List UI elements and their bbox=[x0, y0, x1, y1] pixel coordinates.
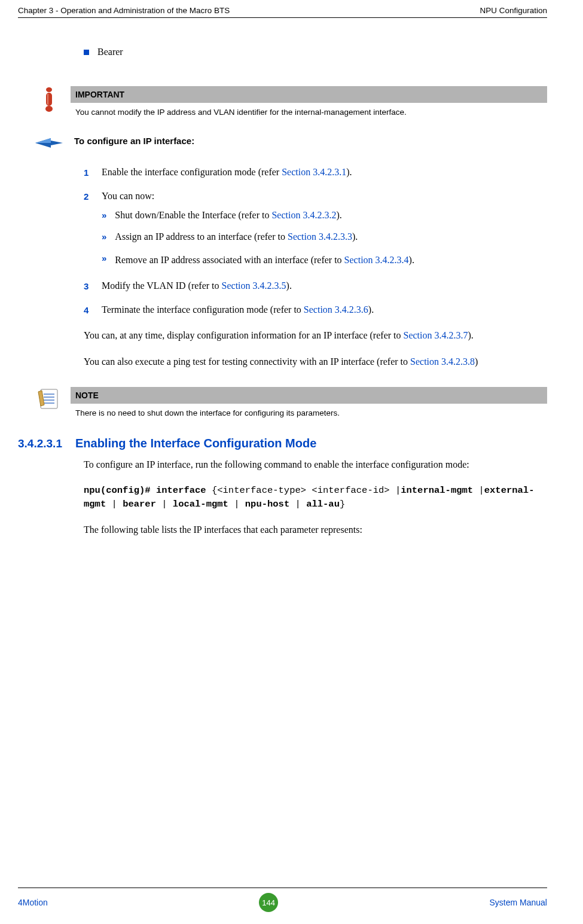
bullet-item-bearer: Bearer bbox=[84, 47, 547, 57]
step-text: Terminate the interface configuration mo… bbox=[102, 304, 374, 315]
substep-c: » Remove an IP address associated with a… bbox=[102, 253, 547, 267]
procedure-heading: To configure an IP interface: bbox=[35, 136, 547, 149]
step-2: 2 You can now: bbox=[84, 191, 547, 202]
note-text: There is no need to shut down the interf… bbox=[71, 404, 547, 417]
step-text: You can now: bbox=[102, 191, 154, 202]
para-display-info: You can, at any time, display configurat… bbox=[84, 328, 547, 343]
step-number: 1 bbox=[84, 167, 91, 178]
important-text: You cannot modify the IP address and VLA… bbox=[71, 103, 547, 117]
page-footer: 4Motion 144 System Manual bbox=[18, 888, 547, 912]
chevron-icon: » bbox=[102, 210, 106, 221]
step-4: 4 Terminate the interface configuration … bbox=[84, 304, 547, 315]
step-number: 3 bbox=[84, 280, 91, 291]
link-3-4-2-3-6[interactable]: Section 3.4.2.3.6 bbox=[304, 304, 368, 315]
substep-text: Shut down/Enable the Interface (refer to… bbox=[115, 210, 341, 221]
header-left: Chapter 3 - Operation and Administration… bbox=[18, 6, 230, 15]
link-3-4-2-3-2[interactable]: Section 3.4.2.3.2 bbox=[271, 210, 336, 220]
svg-rect-3 bbox=[47, 94, 48, 105]
substep-b: » Assign an IP address to an interface (… bbox=[102, 231, 547, 242]
bullet-text: Bearer bbox=[97, 47, 123, 57]
header-right: NPU Configuration bbox=[480, 6, 547, 15]
footer-left: 4Motion bbox=[18, 898, 48, 907]
note-icon bbox=[35, 387, 63, 410]
link-3-4-2-3-1[interactable]: Section 3.4.2.3.1 bbox=[282, 167, 346, 177]
substep-a: » Shut down/Enable the Interface (refer … bbox=[102, 210, 547, 221]
substep-text: Assign an IP address to an interface (re… bbox=[115, 231, 358, 242]
step-text: Enable the interface configuration mode … bbox=[102, 167, 352, 178]
svg-point-0 bbox=[46, 87, 52, 92]
page-number: 144 bbox=[259, 893, 278, 912]
section-heading: 3.4.2.3.1 Enabling the Interface Configu… bbox=[18, 437, 547, 450]
link-3-4-2-3-7[interactable]: Section 3.4.2.3.7 bbox=[404, 330, 468, 340]
step-number: 2 bbox=[84, 191, 91, 202]
svg-marker-5 bbox=[35, 138, 51, 143]
link-3-4-2-3-8[interactable]: Section 3.4.2.3.8 bbox=[410, 356, 475, 367]
step-1: 1 Enable the interface configuration mod… bbox=[84, 167, 547, 178]
procedure-label: To configure an IP interface: bbox=[74, 136, 194, 146]
step-number: 4 bbox=[84, 304, 91, 315]
page-header: Chapter 3 - Operation and Administration… bbox=[18, 6, 547, 18]
substep-text: Remove an IP address associated with an … bbox=[115, 253, 414, 267]
arrow-icon bbox=[35, 136, 63, 149]
code-block: npu(config)# interface {<interface-type>… bbox=[84, 484, 547, 512]
chevron-icon: » bbox=[102, 253, 106, 267]
svg-point-2 bbox=[45, 106, 53, 112]
main-content: Bearer IMPORTANT You cannot modify the I… bbox=[84, 47, 547, 537]
note-callout: NOTE There is no need to shut down the i… bbox=[35, 387, 547, 417]
section-table-intro: The following table lists the IP interfa… bbox=[84, 523, 547, 537]
svg-rect-1 bbox=[46, 93, 52, 106]
important-title: IMPORTANT bbox=[71, 86, 547, 103]
note-title: NOTE bbox=[71, 387, 547, 404]
section-number: 3.4.2.3.1 bbox=[18, 437, 62, 450]
chevron-icon: » bbox=[102, 231, 106, 242]
square-bullet-icon bbox=[84, 50, 89, 55]
link-3-4-2-3-5[interactable]: Section 3.4.2.3.5 bbox=[222, 280, 286, 291]
para-ping-test: You can also execute a ping test for tes… bbox=[84, 355, 547, 369]
section-title: Enabling the Interface Configuration Mod… bbox=[75, 437, 316, 450]
important-callout: IMPORTANT You cannot modify the IP addre… bbox=[35, 86, 547, 117]
footer-right: System Manual bbox=[490, 898, 547, 907]
section-intro: To configure an IP interface, run the fo… bbox=[84, 458, 547, 472]
step-text: Modify the VLAN ID (refer to Section 3.4… bbox=[102, 280, 292, 291]
link-3-4-2-3-3[interactable]: Section 3.4.2.3.3 bbox=[288, 231, 352, 242]
link-3-4-2-3-4[interactable]: Section 3.4.2.3.4 bbox=[344, 255, 409, 265]
step-3: 3 Modify the VLAN ID (refer to Section 3… bbox=[84, 280, 547, 291]
important-icon bbox=[35, 86, 63, 112]
